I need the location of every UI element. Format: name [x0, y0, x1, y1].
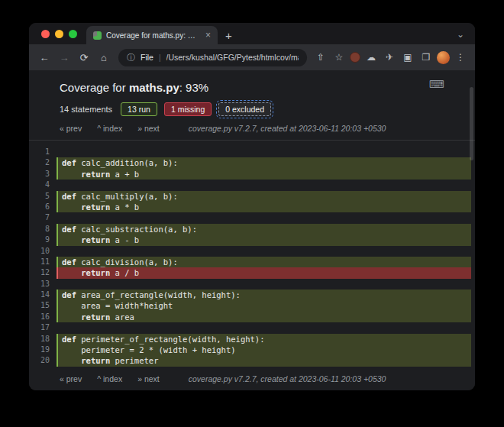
tab-search-chevron-icon[interactable]: ⌄ [457, 29, 475, 44]
line-code: return a * b [57, 202, 471, 212]
run-filter-button[interactable]: 13 run [121, 102, 157, 116]
forward-icon[interactable]: → [56, 49, 73, 66]
browser-tab[interactable]: Coverage for maths.py: 93% × [86, 26, 218, 44]
index-link[interactable]: ^ index [97, 374, 122, 383]
code-line: 20 return perimeter [29, 355, 475, 366]
line-code: area = width*height [57, 300, 471, 311]
side-panel-icon[interactable]: ❐ [418, 52, 434, 63]
line-number[interactable]: 5 [29, 191, 57, 202]
line-code [57, 279, 471, 290]
page-info-icon[interactable]: ⓘ [127, 52, 135, 63]
line-code: return area [57, 312, 471, 322]
bottom-navigation: « prev ^ index » next coverage.py v7.2.7… [29, 367, 475, 390]
line-number[interactable]: 18 [29, 334, 57, 345]
tab-close-icon[interactable]: × [203, 30, 213, 40]
line-code: def calc_substraction(a, b): [57, 224, 471, 235]
tab-strip: Coverage for maths.py: 93% × + ⌄ [29, 23, 475, 44]
line-code [57, 180, 471, 190]
next-link[interactable]: » next [137, 374, 160, 383]
index-link[interactable]: ^ index [97, 124, 122, 133]
page-title: Coverage for maths.py: 93% [29, 70, 475, 94]
cloud-extension-icon[interactable]: ☁ [363, 52, 379, 63]
home-icon[interactable]: ⌂ [95, 49, 112, 66]
line-number[interactable]: 2 [29, 157, 57, 168]
coverage-version-text: coverage.py v7.2.7, created at 2023-06-1… [189, 124, 386, 133]
title-filename: maths.py [129, 81, 179, 94]
tab-title: Coverage for maths.py: 93% [106, 31, 199, 40]
new-tab-button[interactable]: + [218, 29, 240, 44]
scrollbar-thumb[interactable] [470, 87, 473, 160]
excluded-filter-button[interactable]: 0 excluded [218, 102, 271, 116]
code-line: 19 perimeter = 2 * (width + height) [29, 345, 475, 355]
line-number[interactable]: 15 [29, 300, 57, 311]
line-number[interactable]: 10 [29, 246, 57, 257]
line-number[interactable]: 1 [29, 147, 57, 157]
line-number[interactable]: 20 [29, 355, 57, 366]
code-line: 3 return a + b [29, 169, 475, 180]
line-number[interactable]: 4 [29, 180, 57, 190]
browser-menu-icon[interactable]: ⋮ [453, 52, 468, 63]
top-navigation: « prev ^ index » next coverage.py v7.2.7… [29, 116, 475, 133]
line-number[interactable]: 16 [29, 312, 57, 322]
line-code: def calc_multiply(a, b): [57, 191, 471, 202]
line-number[interactable]: 13 [29, 279, 57, 290]
line-number[interactable]: 7 [29, 212, 57, 223]
url-scheme-label: File [141, 53, 153, 62]
line-code [57, 246, 471, 257]
code-line: 11def calc_division(a, b): [29, 257, 475, 267]
share-icon[interactable]: ⇧ [313, 52, 328, 63]
bookmark-star-icon[interactable]: ☆ [331, 52, 347, 63]
code-line: 6 return a * b [29, 202, 475, 212]
code-line: 7 [29, 212, 475, 223]
code-line: 13 [29, 279, 475, 290]
line-number[interactable]: 12 [29, 267, 57, 278]
browser-toolbar: ← → ⟳ ⌂ ⓘ File | /Users/kushal/GFG/Pytes… [29, 44, 475, 70]
line-code: def perimeter_of_rectangle(width, height… [57, 334, 471, 345]
line-number[interactable]: 9 [29, 235, 57, 245]
line-number[interactable]: 11 [29, 257, 57, 267]
code-line: 15 area = width*height [29, 300, 475, 311]
address-bar[interactable]: ⓘ File | /Users/kushal/GFG/Pytest/htmlco… [118, 49, 307, 66]
line-code [57, 322, 471, 333]
statements-summary: 14 statements 13 run 1 missing 0 exclude… [29, 94, 475, 116]
code-line: 17 [29, 322, 475, 333]
pin-extension-icon[interactable]: ✈ [382, 52, 397, 63]
line-code: def calc_addition(a, b): [57, 157, 471, 168]
line-code [57, 147, 471, 157]
prev-link[interactable]: « prev [60, 374, 82, 383]
line-number[interactable]: 8 [29, 224, 57, 235]
line-code [57, 212, 471, 223]
prev-link[interactable]: « prev [60, 124, 82, 133]
line-number[interactable]: 17 [29, 322, 57, 333]
extension-icon[interactable] [350, 52, 360, 63]
code-line: 5def calc_multiply(a, b): [29, 191, 475, 202]
keyboard-shortcuts-icon[interactable]: ⌨ [429, 78, 444, 90]
line-code: return a + b [57, 169, 471, 180]
line-code: return a - b [57, 235, 471, 245]
code-line: 9 return a - b [29, 235, 475, 245]
fullscreen-window-button[interactable] [69, 30, 77, 38]
extensions-puzzle-icon[interactable]: ▣ [400, 52, 415, 63]
code-line: 1 [29, 147, 475, 157]
line-number[interactable]: 19 [29, 345, 57, 355]
code-line: 16 return area [29, 312, 475, 322]
code-line: 2def calc_addition(a, b): [29, 157, 475, 168]
desktop-background: Coverage for maths.py: 93% × + ⌄ ← → ⟳ ⌂… [0, 0, 504, 427]
title-prefix: Coverage for [60, 81, 129, 94]
url-separator: | [159, 53, 161, 62]
code-line: 4 [29, 180, 475, 190]
reload-icon[interactable]: ⟳ [76, 49, 92, 66]
code-line: 8def calc_substraction(a, b): [29, 224, 475, 235]
profile-avatar[interactable] [437, 51, 450, 64]
missing-filter-button[interactable]: 1 missing [164, 102, 212, 116]
close-window-button[interactable] [41, 30, 50, 38]
line-number[interactable]: 3 [29, 169, 57, 180]
tab-favicon-icon [93, 31, 102, 40]
url-path: /Users/kushal/GFG/Pytest/htmlcov/maths_p… [166, 53, 299, 62]
next-link[interactable]: » next [137, 124, 160, 133]
back-icon[interactable]: ← [36, 49, 53, 66]
line-number[interactable]: 6 [29, 202, 57, 212]
minimize-window-button[interactable] [55, 30, 63, 38]
code-line: 18def perimeter_of_rectangle(width, heig… [29, 334, 475, 345]
line-number[interactable]: 14 [29, 290, 57, 300]
